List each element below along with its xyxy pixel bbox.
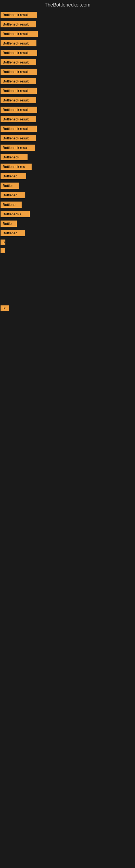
bottleneck-row-5: Bottleneck result [0,48,135,58]
bottleneck-row-26: | [0,247,135,255]
bottleneck-badge-12[interactable]: Bottleneck result [1,116,36,122]
bottleneck-row-11: Bottleneck result [0,105,135,115]
bottleneck-row-33 [0,345,135,361]
bottleneck-badge-17[interactable]: Bottleneck res [1,163,32,170]
bottleneck-badge-15[interactable]: Bottleneck resu [1,145,35,151]
bottleneck-badge-22[interactable]: Bottleneck r [1,211,30,217]
bottleneck-badge-6[interactable]: Bottleneck result [1,59,36,65]
bottleneck-row-15: Bottleneck resu [0,143,135,152]
bottleneck-row-13: Bottleneck result [0,124,135,133]
bottleneck-badge-1[interactable]: Bottleneck result [1,12,37,18]
bottleneck-row-4: Bottleneck result [0,38,135,48]
bottleneck-row-21: Bottlene [0,200,135,209]
bottleneck-badge-5[interactable]: Bottleneck result [1,50,37,56]
bottleneck-badge-7[interactable]: Bottleneck result [1,69,37,75]
bottleneck-row-25: B [0,238,135,247]
bottleneck-badge-2[interactable]: Bottleneck result [1,21,36,27]
bottleneck-row-24: Bottlenec [0,228,135,238]
bottleneck-row-9: Bottleneck result [0,86,135,95]
bottleneck-badge-20[interactable]: Bottlenec [1,192,26,198]
site-title: TheBottlenecker.com [0,0,135,10]
bottleneck-badge-19[interactable]: Bottler [1,183,19,189]
bottleneck-badge-30[interactable]: Bo [1,305,9,311]
bottleneck-row-22: Bottleneck r [0,209,135,219]
bottleneck-row-28 [0,271,135,287]
bottleneck-badge-25[interactable]: B [1,240,5,245]
bottleneck-row-20: Bottlenec [0,190,135,200]
bottleneck-badge-26[interactable]: | [1,248,5,253]
bottleneck-badge-13[interactable]: Bottleneck result [1,126,37,132]
bottleneck-row-8: Bottleneck result [0,76,135,86]
bottleneck-badge-21[interactable]: Bottlene [1,202,21,208]
bottleneck-row-30: Bo [0,304,135,312]
bottleneck-badge-18[interactable]: Bottlenec [1,173,26,179]
bottleneck-row-16: Bottleneck [0,152,135,162]
bottleneck-row-23: Bottle [0,219,135,228]
bottleneck-badge-11[interactable]: Bottleneck result [1,106,37,113]
bottleneck-row-7: Bottleneck result [0,67,135,76]
bottleneck-badge-16[interactable]: Bottleneck [1,154,28,160]
bottleneck-row-27 [0,255,135,271]
bottleneck-row-32 [0,329,135,345]
bottleneck-badge-23[interactable]: Bottle [1,220,17,227]
bottleneck-row-14: Bottleneck result [0,133,135,143]
bottleneck-row-6: Bottleneck result [0,58,135,67]
bottleneck-row-31 [0,312,135,329]
bottleneck-badge-10[interactable]: Bottleneck result [1,97,36,103]
bottleneck-row-17: Bottleneck res [0,162,135,172]
bottleneck-badge-24[interactable]: Bottlenec [1,230,25,236]
bottleneck-badge-14[interactable]: Bottleneck result [1,135,36,141]
bottleneck-badge-3[interactable]: Bottleneck result [1,31,38,37]
bottleneck-row-10: Bottleneck result [0,95,135,105]
bottleneck-row-18: Bottlenec [0,172,135,181]
bottleneck-row-3: Bottleneck result [0,29,135,38]
bottleneck-badge-8[interactable]: Bottleneck result [1,78,36,84]
bottleneck-row-19: Bottler [0,181,135,190]
bottleneck-row-2: Bottleneck result [0,20,135,29]
bottleneck-row-34 [0,361,135,378]
bottleneck-badge-4[interactable]: Bottleneck result [1,40,37,46]
bottleneck-row-29 [0,287,135,304]
bottleneck-row-1: Bottleneck result [0,10,135,20]
bottleneck-row-12: Bottleneck result [0,115,135,124]
bottleneck-badge-9[interactable]: Bottleneck result [1,88,37,94]
